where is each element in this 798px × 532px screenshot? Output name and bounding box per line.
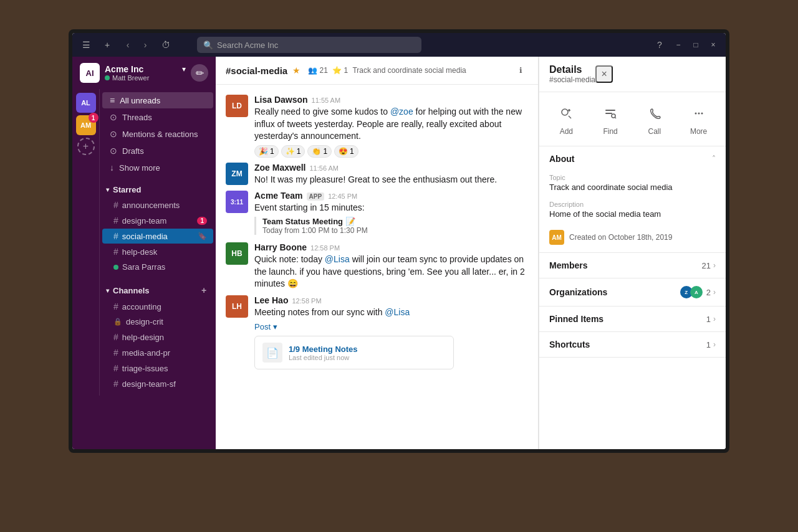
user-status: Matt Brewer [105, 74, 186, 82]
reaction[interactable]: 🎉 1 [254, 145, 279, 158]
svg-rect-5 [605, 113, 612, 114]
maximize-button[interactable]: □ [688, 37, 703, 52]
reaction[interactable]: 👏 1 [307, 145, 332, 158]
members-section-header[interactable]: Members 21 › [539, 253, 726, 278]
shortcuts-section-header[interactable]: Shortcuts 1 › [539, 332, 726, 357]
post-indicator[interactable]: Post ▾ [254, 322, 277, 331]
channel-item-announcements[interactable]: # announcements [102, 197, 213, 212]
chat-meta: 👥 21 ⭐ 1 Track and coordinate social med… [308, 66, 466, 75]
compose-button[interactable]: ✏ [191, 64, 208, 82]
chat-channel-name: #social-media [226, 65, 287, 76]
sidebar-item-show-more[interactable]: ↓ Show more [102, 159, 213, 176]
hash-icon: # [113, 200, 118, 210]
message-time: 12:45 PM [328, 192, 357, 200]
message-time: 11:55 AM [312, 97, 340, 104]
menu-icon[interactable]: ☰ [77, 36, 95, 54]
channels-header[interactable]: ▾ Channels + [100, 282, 216, 298]
dm-item-sara-parras[interactable]: Sara Parras [102, 260, 213, 274]
hash-icon: # [113, 231, 118, 241]
reactions: 🎉 1 ✨ 1 👏 1 😍 1 [254, 145, 528, 158]
details-close-button[interactable]: × [595, 65, 613, 83]
channel-name: design-team [122, 216, 167, 226]
mention[interactable]: @zoe [390, 107, 413, 116]
hash-icon: # [113, 332, 118, 342]
channel-item-accounting[interactable]: # accounting [102, 299, 213, 314]
more-icon [688, 102, 710, 125]
message-time: 12:58 PM [292, 297, 321, 305]
add-button[interactable]: Add [550, 100, 582, 138]
sidebar-item-drafts[interactable]: ⊙ Drafts [102, 143, 213, 159]
message-header: Acme Team APP 12:45 PM [254, 191, 528, 201]
organizations-count: 2 [706, 288, 711, 297]
svg-point-9 [698, 113, 699, 115]
back-button[interactable]: ‹ [120, 37, 136, 53]
description-value: Home of the social media team [549, 209, 716, 219]
history-icon[interactable]: ⏱ [157, 36, 175, 54]
about-title: About [549, 154, 712, 164]
org-avatar: A [690, 286, 703, 298]
mention[interactable]: @Lisa [385, 307, 410, 317]
call-button[interactable]: Call [638, 100, 671, 138]
channel-item-design-team-sf[interactable]: # design-team-sf [102, 376, 213, 391]
search-icon: 🔍 [203, 40, 213, 50]
mention[interactable]: @Lisa [325, 254, 350, 264]
shortcuts-title: Shortcuts [549, 340, 706, 349]
search-bar[interactable]: 🔍 [197, 37, 421, 53]
organizations-chevron: › [713, 288, 716, 297]
starred-header[interactable]: ▾ Starred [100, 183, 216, 197]
compose-icon[interactable]: + [99, 36, 116, 54]
avatar-al[interactable]: AL [76, 93, 96, 113]
about-section-header[interactable]: About ˄ [539, 146, 726, 171]
bookmark-icon: 🔖 [198, 232, 207, 240]
attachment[interactable]: 📄 1/9 Meeting Notes Last edited just now [254, 336, 454, 369]
minimize-button[interactable]: − [671, 37, 686, 52]
channel-item-triage-issues[interactable]: # triage-issues [102, 361, 213, 376]
members-chevron: › [713, 261, 716, 270]
chat-header: #social-media ★ 👥 21 ⭐ 1 Track and coord… [216, 57, 538, 85]
reaction[interactable]: ✨ 1 [281, 145, 305, 158]
details-panel: Details #social-media × [539, 57, 726, 449]
find-icon [599, 102, 622, 125]
add-channel-button[interactable]: + [198, 285, 209, 296]
organizations-section-header[interactable]: Organizations Z A 2 › [539, 278, 726, 306]
workspace-header[interactable]: AI Acme Inc ▾ Matt Brewer ✏ [72, 57, 216, 89]
channel-name: help-design [122, 333, 164, 342]
add-workspace-button[interactable]: + [77, 138, 95, 155]
details-subtitle: #social-media [549, 75, 595, 84]
message-author: Lisa Dawson [254, 95, 308, 105]
sidebar-item-all-unreads[interactable]: ≡ All unreads [102, 92, 213, 108]
find-button[interactable]: Find [594, 100, 627, 138]
message-author: Zoe Maxwell [254, 163, 305, 173]
workspace-name: Acme Inc [105, 64, 180, 74]
channel-item-media-and-pr[interactable]: # media-and-pr [102, 345, 213, 360]
details-header: Details #social-media × [539, 57, 726, 92]
sidebar-item-label: Mentions & reactions [122, 130, 198, 139]
help-icon[interactable]: ? [651, 36, 668, 54]
pinned-title: Pinned Items [549, 314, 706, 324]
message: ZM Zoe Maxwell 11:56 AM No! It was my pl… [216, 160, 538, 189]
avatar-am[interactable]: AM 1 [76, 115, 96, 135]
forward-button[interactable]: › [137, 37, 153, 53]
pinned-section-header[interactable]: Pinned Items 1 › [539, 306, 726, 331]
organizations-title: Organizations [549, 287, 680, 297]
shortcuts-count: 1 [706, 340, 711, 349]
info-button[interactable]: ℹ [514, 63, 528, 78]
channel-item-help-desk[interactable]: # help-desk [102, 244, 213, 259]
sidebar-item-threads[interactable]: ⊙ Threads [102, 109, 213, 125]
channel-item-social-media[interactable]: # social-media 🔖 [102, 229, 213, 244]
sidebar-item-mentions[interactable]: ⊙ Mentions & reactions [102, 126, 213, 142]
channel-item-design-team[interactable]: # design-team 1 [102, 213, 213, 228]
svg-rect-4 [605, 110, 615, 111]
close-button[interactable]: × [706, 37, 721, 52]
search-input[interactable] [217, 40, 415, 50]
channel-item-help-design[interactable]: # help-design [102, 330, 213, 344]
messages-list: LD Lisa Dawson 11:55 AM Really need to g… [216, 85, 538, 449]
reaction[interactable]: 😍 1 [334, 145, 358, 158]
more-button[interactable]: More [683, 100, 715, 138]
message-header: Harry Boone 12:58 PM [254, 242, 528, 252]
channel-item-design-crit[interactable]: 🔒 design-crit [102, 315, 213, 329]
chat-header-right: ℹ [514, 63, 528, 78]
channel-name: accounting [122, 302, 161, 311]
message-content: Acme Team APP 12:45 PM Event starting in… [254, 191, 528, 237]
star-icon[interactable]: ★ [292, 65, 300, 75]
